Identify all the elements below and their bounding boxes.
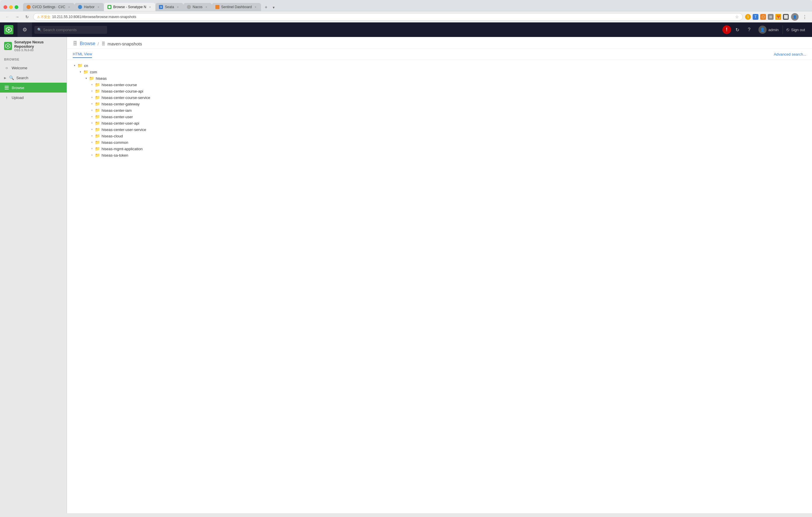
tree-toggle-hcloud[interactable]: + xyxy=(90,134,94,138)
tree-toggle-hcc[interactable]: + xyxy=(90,83,94,86)
browse-icon xyxy=(4,85,9,90)
address-input[interactable]: ⚠ 不安全 10.211.55.10:8081/#browse/browse:m… xyxy=(33,13,743,21)
tree-toggle-hcu[interactable]: + xyxy=(90,115,94,118)
tree-item-hiseas-cloud[interactable]: + 📁 hiseas-cloud xyxy=(90,133,806,139)
tree-toggle-com[interactable]: ▾ xyxy=(79,70,82,74)
sidebar-section-browse: Browse ○ Welcome ▶ 🔍 Search xyxy=(0,55,67,104)
sidebar-welcome-label: Welcome xyxy=(12,66,27,70)
tree-toggle-hcua[interactable]: + xyxy=(90,121,94,125)
tree-item-hiseas-center-course[interactable]: + 📁 hiseas-center-course xyxy=(90,82,806,88)
browser-tab-nacos[interactable]: Nacos × xyxy=(183,3,212,11)
tree-toggle-hiseas[interactable]: ▾ xyxy=(84,77,88,80)
minimize-window-button[interactable] xyxy=(9,5,13,9)
search-icon: 🔍 xyxy=(37,28,41,32)
help-button[interactable]: ? xyxy=(744,25,754,35)
tree-toggle-cn[interactable]: ▾ xyxy=(73,64,76,67)
tree-toggle-hcus[interactable]: + xyxy=(90,128,94,131)
app-title-text: Sonatype Nexus Repository OSS 3.76.0-03 xyxy=(14,40,63,52)
tab-title-harbor: Harbor xyxy=(84,5,95,9)
maximize-window-button[interactable] xyxy=(14,5,18,9)
bookmark-star[interactable]: ☆ xyxy=(735,15,739,19)
settings-button[interactable]: ⚙ xyxy=(18,22,32,37)
forward-button[interactable]: → xyxy=(13,13,21,21)
tree-item-hiseas-center-user-service[interactable]: + 📁 hiseas-center-user-service xyxy=(90,126,806,133)
tree-label-hci: hiseas-center-iam xyxy=(102,108,132,113)
sidebar-item-welcome[interactable]: ○ Welcome xyxy=(0,63,67,73)
extension-4[interactable]: ⊞ xyxy=(768,14,774,20)
browser-tab-sentinel[interactable]: Sentinel Dashboard × xyxy=(212,3,261,11)
extension-2[interactable]: T xyxy=(753,14,758,20)
extension-1[interactable]: 1 xyxy=(745,14,751,20)
tree-item-hiseas-mgmt-application[interactable]: + 📁 hiseas-mgmt-application xyxy=(90,146,806,152)
tree-toggle-hccs[interactable]: + xyxy=(90,96,94,99)
tab-close-nacos[interactable]: × xyxy=(204,5,208,9)
tab-close-seata[interactable]: × xyxy=(176,5,180,9)
refresh-button[interactable]: ↻ xyxy=(732,25,743,35)
back-button[interactable]: ← xyxy=(3,13,11,21)
browser-extensions: 1 T ⬡ ⊞ 🦊 ⬜ xyxy=(745,14,789,20)
tab-title-sentinel: Sentinel Dashboard xyxy=(221,5,252,9)
advanced-search-link[interactable]: Advanced search... xyxy=(774,52,806,56)
tree-toggle-hcg[interactable]: + xyxy=(90,102,94,106)
tree-item-com[interactable]: ▾ 📁 com xyxy=(79,69,806,75)
tree-item-hiseas-center-user[interactable]: + 📁 hiseas-center-user xyxy=(90,114,806,120)
tree-item-hiseas-sa-token[interactable]: + 📁 hiseas-sa-token xyxy=(90,152,806,159)
tab-close-cicd[interactable]: × xyxy=(67,5,71,9)
new-tab-button[interactable]: + xyxy=(262,3,270,11)
tree-item-hiseas-center-user-api[interactable]: + 📁 hiseas-center-user-api xyxy=(90,120,806,126)
browser-tab-harbor[interactable]: Harbor × xyxy=(75,3,104,11)
tree-toggle-hcommon[interactable]: + xyxy=(90,141,94,144)
tree-toggle-hma[interactable]: + xyxy=(90,147,94,150)
tab-overflow-button[interactable]: ▾ xyxy=(270,3,278,11)
refresh-button[interactable]: ↻ xyxy=(23,13,31,21)
folder-icon-hcc: 📁 xyxy=(95,82,100,87)
tab-close-harbor[interactable]: × xyxy=(96,5,100,9)
sidebar-header: Sonatype Nexus Repository OSS 3.76.0-03 xyxy=(0,37,67,55)
browser-tab-cicd[interactable]: CI/CD Settings · CI/C × xyxy=(23,3,75,11)
tree-item-cn[interactable]: ▾ 📁 cn xyxy=(73,62,806,69)
tree-item-hiseas-center-course-api[interactable]: + 📁 hiseas-center-course-api xyxy=(90,88,806,94)
extension-3[interactable]: ⬡ xyxy=(760,14,766,20)
folder-icon-hcloud: 📁 xyxy=(95,134,100,138)
alert-button[interactable]: ! xyxy=(722,25,731,34)
address-bar: ← → ↻ ⚠ 不安全 10.211.55.10:8081/#browse/br… xyxy=(0,11,812,22)
tab-close-nexus[interactable]: × xyxy=(148,5,152,9)
sidebar-item-search[interactable]: ▶ 🔍 Search xyxy=(0,73,67,83)
tree-label-hcua: hiseas-center-user-api xyxy=(102,121,139,125)
extension-5[interactable]: 🦊 xyxy=(775,14,781,20)
breadcrumb-browse[interactable]: Browse xyxy=(80,41,95,46)
extension-6[interactable]: ⬜ xyxy=(783,14,789,20)
user-menu[interactable]: 👤 admin xyxy=(756,24,781,35)
profile-avatar[interactable]: 👤 xyxy=(791,13,799,21)
tree-label-hsat: hiseas-sa-token xyxy=(102,153,128,157)
tree-item-hiseas-center-gateway[interactable]: + 📁 hiseas-center-gateway xyxy=(90,101,806,107)
sidebar-item-upload[interactable]: ↑ Upload xyxy=(0,92,67,103)
tab-close-sentinel[interactable]: × xyxy=(254,5,258,9)
tab-favicon-seata: S xyxy=(159,5,163,9)
tree-toggle-hsat[interactable]: + xyxy=(90,153,94,157)
url-text: 10.211.55.10:8081/#browse/browse:maven-s… xyxy=(52,15,733,19)
browser-menu-button[interactable]: ⋮ xyxy=(801,13,809,21)
tree-item-hiseas-center-iam[interactable]: + 📁 hiseas-center-iam xyxy=(90,107,806,114)
sidebar-item-browse[interactable]: Browse xyxy=(0,83,67,92)
tree-toggle-hcca[interactable]: + xyxy=(90,89,94,93)
tree-label-hiseas: hiseas xyxy=(96,76,107,81)
folder-icon-hiseas: 📁 xyxy=(89,76,94,81)
tree-toggle-hci[interactable]: + xyxy=(90,109,94,112)
sign-out-button[interactable]: ⎋ Sign out xyxy=(783,25,809,34)
tree-item-hiseas-center-course-service[interactable]: + 📁 hiseas-center-course-service xyxy=(90,94,806,101)
tree-view: ▾ 📁 cn ▾ 📁 com ▾ 📁 xyxy=(67,60,812,513)
search-input[interactable] xyxy=(34,26,107,34)
tree-item-hiseas[interactable]: ▾ 📁 hiseas xyxy=(84,75,806,82)
tree-item-hiseas-common[interactable]: + 📁 hiseas-common xyxy=(90,139,806,146)
browser-tab-seata[interactable]: S Seata × xyxy=(155,3,183,11)
close-window-button[interactable] xyxy=(3,5,7,9)
browser-tab-nexus[interactable]: Browse - Sonatype N × xyxy=(104,3,155,11)
tree-children-hiseas: + 📁 hiseas-center-course + 📁 hiseas-cent… xyxy=(84,82,806,159)
nexus-mini-logo xyxy=(4,42,12,50)
tree-label-cn: cn xyxy=(84,63,88,68)
html-view-tab[interactable]: HTML View xyxy=(73,51,92,58)
tree-label-hcg: hiseas-center-gateway xyxy=(102,102,140,106)
tab-favicon-nexus xyxy=(107,5,112,9)
sign-out-label: Sign out xyxy=(791,28,805,32)
